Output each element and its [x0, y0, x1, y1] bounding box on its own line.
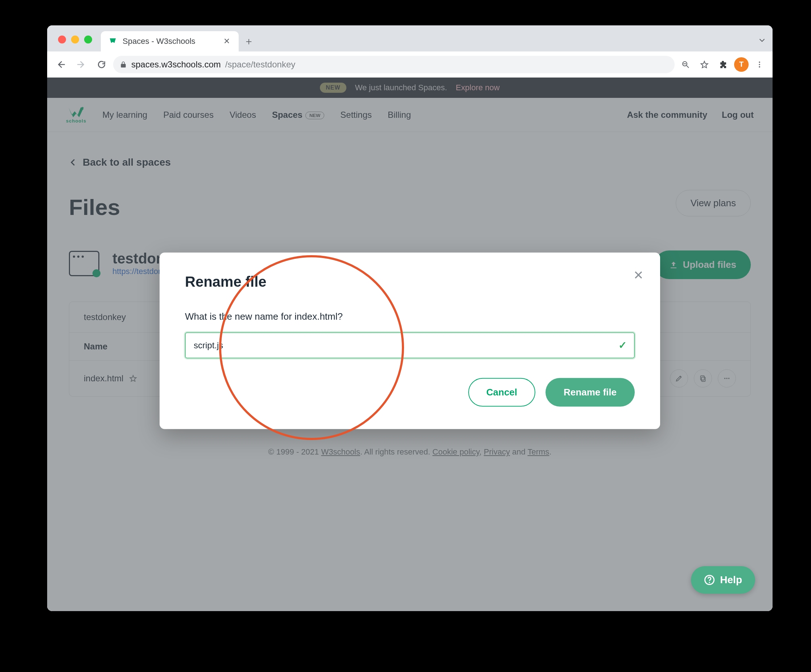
svg-point-4	[759, 64, 760, 65]
help-icon	[704, 574, 715, 586]
new-tab-button[interactable]: ＋	[239, 31, 259, 51]
close-window-icon[interactable]	[58, 36, 66, 44]
svg-point-13	[709, 582, 711, 583]
cancel-button[interactable]: Cancel	[468, 378, 535, 407]
page-content: NEW We just launched Spaces. Explore now…	[47, 78, 772, 611]
url-path: /space/testdonkey	[225, 59, 295, 69]
rename-confirm-button[interactable]: Rename file	[546, 378, 635, 407]
browser-tab[interactable]: Spaces - W3schools ✕	[101, 31, 239, 51]
url-field[interactable]: spaces.w3schools.com/space/testdonkey	[113, 56, 675, 73]
filename-input[interactable]	[194, 340, 614, 350]
svg-point-5	[759, 66, 760, 68]
modal-close-button[interactable]: ✕	[633, 268, 643, 283]
star-icon[interactable]	[696, 56, 713, 73]
browser-window: Spaces - W3schools ✕ ＋ spac	[47, 25, 772, 611]
address-bar: spaces.w3schools.com/space/testdonkey T	[47, 51, 772, 78]
window-controls	[58, 36, 92, 44]
filename-input-wrapper: ✓	[185, 332, 635, 359]
modal-title: Rename file	[185, 274, 635, 290]
svg-line-2	[687, 66, 689, 68]
zoom-icon[interactable]	[677, 56, 694, 73]
profile-avatar[interactable]: T	[734, 57, 748, 72]
minimize-window-icon[interactable]	[71, 36, 79, 44]
valid-check-icon: ✓	[618, 339, 627, 351]
reload-button[interactable]	[93, 56, 110, 73]
svg-point-3	[759, 61, 760, 63]
favicon-icon	[108, 37, 117, 46]
back-button[interactable]	[52, 56, 70, 73]
tab-title: Spaces - W3schools	[122, 37, 195, 46]
tab-close-icon[interactable]: ✕	[222, 35, 231, 47]
forward-button[interactable]	[73, 56, 90, 73]
extensions-icon[interactable]	[715, 56, 731, 73]
menu-icon[interactable]	[752, 56, 767, 73]
fullscreen-window-icon[interactable]	[84, 36, 92, 44]
help-button[interactable]: Help	[691, 566, 755, 594]
modal-prompt: What is the new name for index.html?	[185, 311, 635, 322]
rename-file-modal: Rename file ✕ What is the new name for i…	[159, 253, 660, 429]
tabs-dropdown-icon[interactable]	[757, 36, 767, 45]
lock-icon	[120, 61, 127, 68]
url-host: spaces.w3schools.com	[131, 59, 221, 69]
tab-strip: Spaces - W3schools ✕ ＋	[47, 25, 772, 51]
